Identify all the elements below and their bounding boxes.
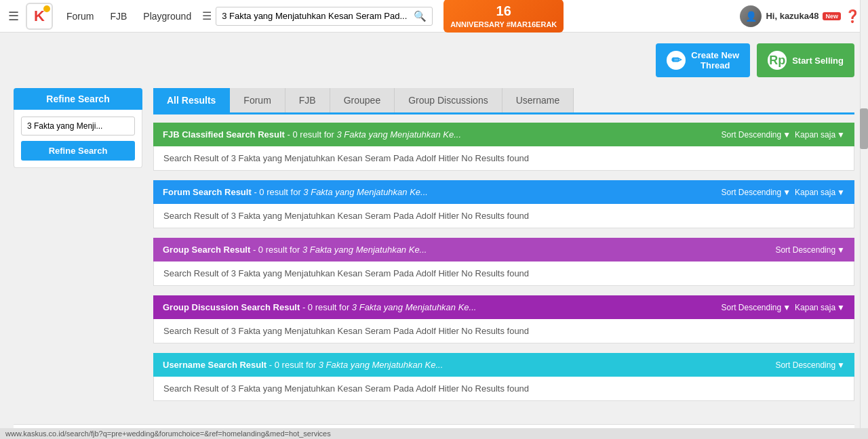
search-bar: ☰ 🔍 <box>202 7 433 26</box>
group-discussion-section-header: Group Discussion Search Result - 0 resul… <box>153 295 854 319</box>
username-section-controls: Sort Descending ▼ <box>775 360 845 370</box>
username-sort-control[interactable]: Sort Descending ▼ <box>775 360 845 370</box>
tab-group-discussions[interactable]: Group Discussions <box>395 88 502 112</box>
group-section-controls: Sort Descending ▼ <box>775 245 845 255</box>
username-sort-chevron: ▼ <box>837 360 845 370</box>
username-result-section: Username Search Result - 0 result for 3 … <box>153 353 854 401</box>
nav-links: Forum FJB Playground <box>66 11 191 22</box>
tab-fjb[interactable]: FJB <box>285 88 330 112</box>
fjb-section-body: Search Result of 3 Fakta yang Menjatuhka… <box>153 146 854 171</box>
group-discussion-sort-control[interactable]: Sort Descending ▼ <box>721 303 791 312</box>
tab-username[interactable]: Username <box>502 88 574 112</box>
logo[interactable]: K <box>26 3 53 30</box>
nav-forum[interactable]: Forum <box>66 11 94 22</box>
username-section-body: Search Result of 3 Fakta yang Menjatuhka… <box>153 377 854 401</box>
fjb-sort-control[interactable]: Sort Descending ▼ <box>721 130 791 140</box>
group-discussion-section-controls: Sort Descending ▼ Kapan saja ▼ <box>721 303 845 312</box>
nav-fjb[interactable]: FJB <box>110 11 127 22</box>
search-menu-icon[interactable]: ☰ <box>202 9 212 22</box>
results-area: All Results Forum FJB Groupee Group Disc… <box>153 88 854 411</box>
start-selling-button[interactable]: Rp Start Selling <box>757 43 854 77</box>
hamburger-icon[interactable]: ☰ <box>8 9 19 24</box>
fjb-kapan-control[interactable]: Kapan saja ▼ <box>795 130 845 140</box>
group-sort-control[interactable]: Sort Descending ▼ <box>775 245 845 255</box>
fjb-sort-chevron: ▼ <box>783 130 791 140</box>
scrollbar-thumb[interactable] <box>860 108 868 149</box>
sidebar-body: Refine Search <box>14 110 142 168</box>
tab-forum[interactable]: Forum <box>230 88 285 112</box>
nav-playground[interactable]: Playground <box>143 11 191 22</box>
group-discussion-section-title: Group Discussion Search Result - 0 resul… <box>163 302 476 312</box>
search-input-wrap: 🔍 <box>216 7 433 26</box>
group-discussion-kapan-control[interactable]: Kapan saja ▼ <box>795 303 845 312</box>
forum-kapan-chevron: ▼ <box>837 188 845 197</box>
forum-section-header: Forum Search Result - 0 result for 3 Fak… <box>153 180 854 204</box>
scrollbar-track <box>860 0 868 439</box>
fjb-section-controls: Sort Descending ▼ Kapan saja ▼ <box>721 130 845 140</box>
anniversary-text: ANNIVERSARY <box>450 20 504 28</box>
status-bar: www.kaskus.co.id/search/fjb?q=pre+weddin… <box>0 428 868 439</box>
forum-section-body: Search Result of 3 Fakta yang Menjatuhka… <box>153 204 854 228</box>
group-result-section: Group Search Result - 0 result for 3 Fak… <box>153 238 854 286</box>
search-submit-icon[interactable]: 🔍 <box>414 10 427 22</box>
user-area: 👤 Hi, kazuka48 New ❓ <box>740 5 860 27</box>
forum-section-title: Forum Search Result - 0 result for 3 Fak… <box>163 187 428 197</box>
group-sort-chevron: ▼ <box>837 245 845 255</box>
avatar[interactable]: 👤 <box>740 5 762 27</box>
anniversary-hashtag: #MAR16ERAK <box>507 20 557 28</box>
group-discussion-sort-chevron: ▼ <box>783 303 791 312</box>
search-tabs: All Results Forum FJB Groupee Group Disc… <box>153 88 854 114</box>
sidebar: Refine Search Refine Search <box>14 88 142 411</box>
fjb-result-section: FJB Classified Search Result - 0 result … <box>153 123 854 171</box>
logo-dot <box>43 5 50 12</box>
create-thread-icon: ✏ <box>667 51 686 70</box>
action-buttons: ✏ Create NewThread Rp Start Selling <box>14 43 854 77</box>
search-input[interactable] <box>222 11 410 21</box>
sidebar-search-input[interactable] <box>21 117 135 135</box>
create-thread-label: Create NewThread <box>691 50 739 70</box>
group-section-title: Group Search Result - 0 result for 3 Fak… <box>163 245 427 255</box>
avatar-image: 👤 <box>740 5 762 27</box>
group-section-header: Group Search Result - 0 result for 3 Fak… <box>153 238 854 262</box>
main-content: ✏ Create NewThread Rp Start Selling Refi… <box>0 33 868 439</box>
group-section-body: Search Result of 3 Fakta yang Menjatuhka… <box>153 262 854 286</box>
forum-section-controls: Sort Descending ▼ Kapan saja ▼ <box>721 188 845 197</box>
fjb-section-header: FJB Classified Search Result - 0 result … <box>153 123 854 146</box>
header: ☰ K Forum FJB Playground ☰ 🔍 16 ANNIVERS… <box>0 0 868 33</box>
logo-box: K <box>26 3 53 30</box>
forum-result-section: Forum Search Result - 0 result for 3 Fak… <box>153 180 854 228</box>
forum-kapan-control[interactable]: Kapan saja ▼ <box>795 188 845 197</box>
group-discussion-section-body: Search Result of 3 Fakta yang Menjatuhka… <box>153 319 854 343</box>
user-name[interactable]: Hi, kazuka48 <box>766 11 818 21</box>
fjb-section-title: FJB Classified Search Result - 0 result … <box>163 129 461 140</box>
tab-groupee[interactable]: Groupee <box>330 88 395 112</box>
username-section-header: Username Search Result - 0 result for 3 … <box>153 353 854 377</box>
help-icon[interactable]: ❓ <box>845 9 860 24</box>
username-section-title: Username Search Result - 0 result for 3 … <box>163 360 443 370</box>
fjb-kapan-chevron: ▼ <box>837 130 845 140</box>
sidebar-search-button[interactable]: Refine Search <box>21 141 135 161</box>
forum-sort-chevron: ▼ <box>783 188 791 197</box>
sell-icon: Rp <box>768 51 787 70</box>
forum-sort-control[interactable]: Sort Descending ▼ <box>721 188 791 197</box>
anniversary-number: 16 <box>450 2 557 20</box>
create-new-thread-button[interactable]: ✏ Create NewThread <box>656 43 750 77</box>
group-discussion-result-section: Group Discussion Search Result - 0 resul… <box>153 295 854 343</box>
new-notification-badge: New <box>823 12 841 20</box>
anniversary-badge: 16 ANNIVERSARY #MAR16ERAK <box>443 0 564 33</box>
refine-search-header[interactable]: Refine Search <box>14 88 142 110</box>
group-discussion-kapan-chevron: ▼ <box>837 303 845 312</box>
tab-all-results[interactable]: All Results <box>153 88 230 112</box>
search-layout: Refine Search Refine Search All Results … <box>14 88 854 411</box>
sell-label: Start Selling <box>792 56 844 66</box>
